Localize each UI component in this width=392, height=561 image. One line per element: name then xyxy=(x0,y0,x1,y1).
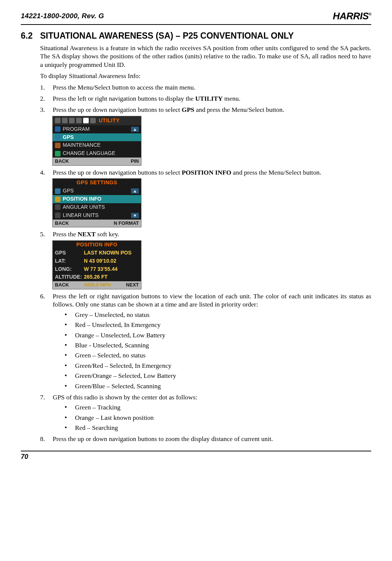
field-value: 265.26 FT xyxy=(84,274,108,280)
field-label: GPS xyxy=(55,250,82,256)
step-6: Press the left or right navigation butto… xyxy=(40,292,371,390)
scroll-up-icon: ▲ xyxy=(131,127,139,132)
speed-value: 0000.0 MPH xyxy=(84,282,111,288)
field-value: LAST KNOWN POS xyxy=(84,250,131,256)
radio-screen-utility: UTILITY PROGRAM▲ GPS MAINTENANCE CHANGE … xyxy=(53,116,141,165)
scroll-up-icon: ▲ xyxy=(131,188,139,194)
field-label: ALTITUDE: xyxy=(55,274,82,280)
step-1: Press the Menu/Select button to access t… xyxy=(40,83,371,91)
gps-status-item: Green – Tracking xyxy=(65,403,371,411)
document-id: 14221-1800-2000, Rev. G xyxy=(21,12,104,20)
softkey-format: N FORMAT xyxy=(114,220,139,227)
screen-title: POSITION INFO xyxy=(53,241,141,249)
harris-logo: HARRIS® xyxy=(333,10,371,22)
radio-screen-gps-settings: GPS SETTINGS GPS▲ POSITION INFO ANGULAR … xyxy=(53,179,141,227)
status-item: Green/Blue – Selected, Scanning xyxy=(65,382,371,390)
intro-paragraph: Situational Awareness is a feature in wh… xyxy=(40,44,371,69)
step-4: Press the up or down navigation buttons … xyxy=(40,168,371,227)
gps-icon xyxy=(55,134,61,140)
section-number: 6.2 xyxy=(21,31,40,41)
scroll-down-icon: ▼ xyxy=(131,213,139,218)
page-number: 70 xyxy=(21,453,28,460)
softkey-back: BACK xyxy=(55,282,69,288)
gps-status-item: Orange – Last known position xyxy=(65,414,371,422)
intro-lead: To display Situational Awareness Info: xyxy=(40,72,371,80)
softkey-back: BACK xyxy=(55,158,69,165)
page-header: 14221-1800-2000, Rev. G HARRIS® xyxy=(21,12,371,25)
section-title: SITUATIONAL AWARENESS (SA) – P25 CONVENT… xyxy=(40,31,294,40)
program-icon xyxy=(55,126,61,132)
status-item: Orange – Unselected, Low Battery xyxy=(65,331,371,339)
maintenance-icon xyxy=(55,143,61,148)
softkey-back: BACK xyxy=(55,220,69,227)
status-item: Red – Unselected, In Emergency xyxy=(65,321,371,329)
menu-item: PROGRAM xyxy=(63,126,89,133)
tab-icon xyxy=(55,118,61,123)
status-item: Blue - Unselected, Scanning xyxy=(65,341,371,349)
status-item: Green – Selected, no status xyxy=(65,351,371,359)
menu-item: CHANGE LANGUAGE xyxy=(63,150,115,157)
status-item: Grey – Unselected, no status xyxy=(65,311,371,319)
status-item: Green/Orange – Selected, Low Battery xyxy=(65,372,371,380)
position-icon xyxy=(55,197,61,202)
menu-item-selected: GPS xyxy=(63,134,74,141)
field-value: W 77 33'55.44 xyxy=(84,266,118,273)
status-item: Green/Red – Selected, In Emergency xyxy=(65,361,371,370)
menu-item: LINEAR UNITS xyxy=(63,212,98,219)
tab-icon xyxy=(62,118,68,123)
field-value: N 43 09'10.02 xyxy=(84,258,116,265)
tab-label: UTILITY xyxy=(99,117,120,124)
step-3: Press the up or down navigation buttons … xyxy=(40,106,371,165)
gps-status-item: Red – Searching xyxy=(65,424,371,432)
menu-item: GPS xyxy=(63,188,74,194)
menu-item: ANGULAR UNITS xyxy=(63,204,105,211)
field-label: LONG: xyxy=(55,266,82,273)
section-heading: 6.2SITUATIONAL AWARENESS (SA) – P25 CONV… xyxy=(21,31,371,41)
menu-item: MAINTENANCE xyxy=(63,142,101,149)
tab-icon xyxy=(90,118,96,123)
step-2: Press the left or right navigation butto… xyxy=(40,94,371,103)
step-7: GPS of this radio is shown by the center… xyxy=(40,393,371,432)
tab-icon-active xyxy=(83,118,89,123)
step-8: Press the up or down navigation buttons … xyxy=(40,435,371,443)
language-icon xyxy=(55,151,61,156)
screen-title: GPS SETTINGS xyxy=(53,179,141,187)
softkey-next: NEXT xyxy=(126,282,139,288)
softkey-pin: PIN xyxy=(131,158,139,165)
field-label: LAT: xyxy=(55,258,82,265)
angular-icon xyxy=(55,204,61,210)
tab-icon xyxy=(76,118,82,123)
menu-item-selected: POSITION INFO xyxy=(63,196,101,202)
radio-screen-position-info: POSITION INFO GPSLAST KNOWN POS LAT:N 43… xyxy=(53,241,141,289)
page-footer: 70 xyxy=(21,451,371,461)
gps-icon xyxy=(55,188,61,194)
linear-icon xyxy=(55,213,61,218)
tab-icon xyxy=(69,118,75,123)
step-5: Press the NEXT soft key. POSITION INFO G… xyxy=(40,230,371,289)
